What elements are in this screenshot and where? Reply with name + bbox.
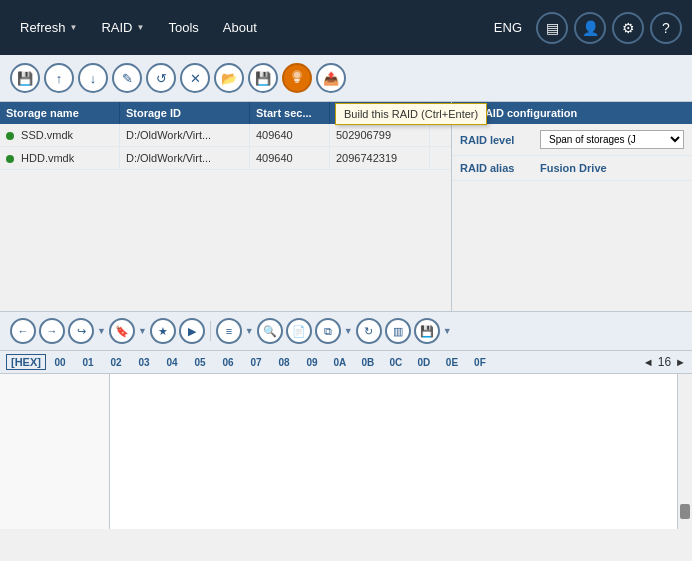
hex-header: [HEX] 00 01 02 03 04 05 06 07 08 09 0A 0…: [0, 351, 692, 374]
scrollbar-thumb[interactable]: [680, 504, 690, 519]
row1-status-dot: [6, 132, 14, 140]
user-icon[interactable]: 👤: [574, 12, 606, 44]
export-btn[interactable]: 📤: [316, 63, 346, 93]
right-arrow-btn[interactable]: ▶: [179, 318, 205, 344]
menu-tools[interactable]: Tools: [158, 14, 208, 41]
back-btn[interactable]: ←: [10, 318, 36, 344]
row2-name: HDD.vmdk: [0, 147, 120, 169]
raid-arrow: ▼: [137, 23, 145, 32]
storage-table: Storage name Storage ID Start sec... SSD…: [0, 102, 452, 311]
hex-nav: ◄ 16 ►: [643, 355, 686, 369]
raid-level-label: RAID level: [460, 134, 540, 146]
table-row[interactable]: HDD.vmdk D:/OldWork/Virt... 409640 20967…: [0, 147, 451, 170]
save-arrow: ▼: [443, 326, 452, 336]
hex-col-01: 01: [78, 357, 98, 368]
row1-name: SSD.vmdk: [0, 124, 120, 146]
hex-col-0b: 0B: [358, 357, 378, 368]
forward2-btn[interactable]: ↪: [68, 318, 94, 344]
cancel-btn[interactable]: ✕: [180, 63, 210, 93]
menu-lang: ENG: [484, 20, 532, 35]
menu-raid[interactable]: RAID ▼: [91, 14, 154, 41]
forward-arrow: ▼: [97, 326, 106, 336]
main-content: Storage name Storage ID Start sec... SSD…: [0, 102, 692, 312]
hex-page: 16: [658, 355, 671, 369]
star-btn[interactable]: ★: [150, 318, 176, 344]
hex-col-0e: 0E: [442, 357, 462, 368]
refresh-btn[interactable]: ↻: [356, 318, 382, 344]
toolbar: 💾 ↑ ↓ ✎ ↺ ✕ 📂 💾 📤 Build this RAID (Ctrl+…: [0, 55, 692, 102]
raid-alias-value: Fusion Drive: [540, 162, 607, 174]
raid-level-select[interactable]: Span of storages (J: [540, 130, 684, 149]
hex-content: [0, 374, 692, 529]
down-arrow-btn[interactable]: ↓: [78, 63, 108, 93]
hex-label: [HEX]: [6, 354, 46, 370]
hex-col-0c: 0C: [386, 357, 406, 368]
gear-icon[interactable]: ⚙: [612, 12, 644, 44]
forward-btn[interactable]: →: [39, 318, 65, 344]
col-start-sec: Start sec...: [250, 102, 330, 124]
raid-label: RAID: [101, 20, 132, 35]
row1-start: 409640: [250, 124, 330, 146]
table-row[interactable]: SSD.vmdk D:/OldWork/Virt... 409640 50290…: [0, 124, 451, 147]
tooltip: Build this RAID (Ctrl+Enter): [335, 103, 487, 125]
hex-col-05: 05: [190, 357, 210, 368]
hex-col-0d: 0D: [414, 357, 434, 368]
edit-btn[interactable]: ✎: [112, 63, 142, 93]
copy-btn[interactable]: ⧉: [315, 318, 341, 344]
hex-col-02: 02: [106, 357, 126, 368]
build-raid-btn[interactable]: [282, 63, 312, 93]
help-icon[interactable]: ?: [650, 12, 682, 44]
list-btn[interactable]: ≡: [216, 318, 242, 344]
hex-nav-prev[interactable]: ◄: [643, 356, 654, 368]
tools-label: Tools: [168, 20, 198, 35]
hex-left-panel: [0, 374, 110, 529]
hex-col-0f: 0F: [470, 357, 490, 368]
raid-alias-row: RAID alias Fusion Drive: [452, 156, 692, 181]
up-arrow-btn[interactable]: ↑: [44, 63, 74, 93]
search-btn[interactable]: 🔍: [257, 318, 283, 344]
svg-rect-3: [295, 81, 299, 83]
menu-about[interactable]: About: [213, 14, 267, 41]
undo-btn[interactable]: ↺: [146, 63, 176, 93]
menu-refresh[interactable]: Refresh ▼: [10, 14, 87, 41]
about-label: About: [223, 20, 257, 35]
row2-id: D:/OldWork/Virt...: [120, 147, 250, 169]
hex-col-03: 03: [134, 357, 154, 368]
row2-size: 2096742319: [330, 147, 430, 169]
refresh-label: Refresh: [20, 20, 66, 35]
hex-col-0a: 0A: [330, 357, 350, 368]
hex-col-07: 07: [246, 357, 266, 368]
hex-col-09: 09: [302, 357, 322, 368]
raid-config-header: ual RAID configuration: [452, 102, 692, 124]
hex-nav-next[interactable]: ►: [675, 356, 686, 368]
copy-arrow: ▼: [344, 326, 353, 336]
raid-config-panel: ual RAID configuration RAID level Span o…: [452, 102, 692, 311]
bookmark-arrow: ▼: [138, 326, 147, 336]
row1-id: D:/OldWork/Virt...: [120, 124, 250, 146]
page-btn[interactable]: 📄: [286, 318, 312, 344]
bookmark-btn[interactable]: 🔖: [109, 318, 135, 344]
menu-icons-right: ▤ 👤 ⚙ ?: [536, 12, 682, 44]
raid-alias-label: RAID alias: [460, 162, 540, 174]
svg-point-1: [294, 72, 300, 78]
col-storage-id: Storage ID: [120, 102, 250, 124]
hex-main-area: [110, 374, 677, 529]
bottom-toolbar: ← → ↪ ▼ 🔖 ▼ ★ ▶ ≡ ▼ 🔍 📄 ⧉ ▼ ↻ ▥ 💾 ▼: [0, 312, 692, 351]
sep1: [210, 321, 211, 341]
refresh-arrow: ▼: [70, 23, 78, 32]
disk-icon-btn[interactable]: 💾: [10, 63, 40, 93]
folder-btn[interactable]: 📂: [214, 63, 244, 93]
row1-size: 502906799: [330, 124, 430, 146]
menu-bar: Refresh ▼ RAID ▼ Tools About ENG ▤ 👤 ⚙ ?: [0, 0, 692, 55]
document-icon[interactable]: ▤: [536, 12, 568, 44]
list-arrow: ▼: [245, 326, 254, 336]
hex-scrollbar[interactable]: [677, 374, 692, 529]
film-btn[interactable]: ▥: [385, 318, 411, 344]
row2-status-dot: [6, 155, 14, 163]
raid-level-row: RAID level Span of storages (J: [452, 124, 692, 156]
hex-col-06: 06: [218, 357, 238, 368]
svg-rect-2: [294, 79, 300, 81]
col-storage-name: Storage name: [0, 102, 120, 124]
save-btn[interactable]: 💾: [248, 63, 278, 93]
save2-btn[interactable]: 💾: [414, 318, 440, 344]
